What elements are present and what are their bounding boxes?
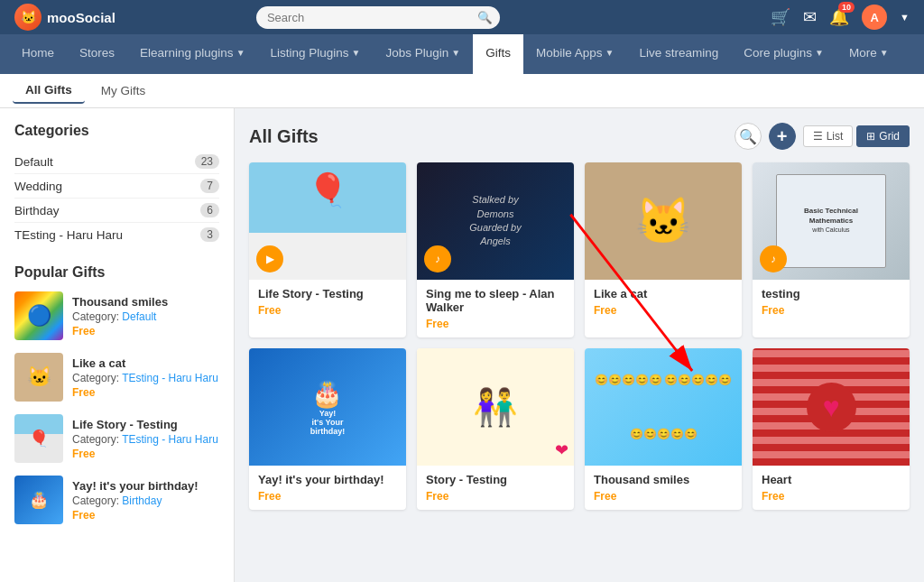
content-header: All Gifts 🔍 + ☰ List ⊞ Grid [249, 123, 910, 150]
gift-card-2-name: Sing me to sleep - Alan Walker [426, 287, 565, 314]
gift-card-7-body: Thousand smiles Free [585, 466, 742, 510]
nav-gifts[interactable]: Gifts [473, 34, 523, 74]
popular-gift-3-name[interactable]: Life Story - Testing [72, 418, 219, 431]
gift-card-5-body: Yay! it's your birthday! Free [249, 466, 406, 510]
popular-gift-3-cat: Category: TEsting - Haru Haru [72, 433, 219, 446]
category-default[interactable]: Default 23 [14, 150, 219, 174]
gift-card-1[interactable]: 🎈 ▶ Life Story - Testing Free [249, 162, 406, 337]
category-birthday[interactable]: Birthday 6 [14, 199, 219, 223]
grid-icon: ⊞ [866, 130, 875, 143]
list-view-button[interactable]: ☰ List [803, 125, 854, 147]
popular-gift-1-price: Free [72, 325, 219, 337]
app-name: mooSocial [47, 10, 116, 25]
category-testing-haru[interactable]: TEsting - Haru Haru 3 [14, 223, 219, 246]
gift-grid: 🎈 ▶ Life Story - Testing Free Stal [249, 162, 910, 510]
category-birthday-label: Birthday [14, 204, 60, 217]
message-icon[interactable]: ✉ [803, 7, 817, 27]
popular-gift-3-cat-link[interactable]: TEsting - Haru Haru [122, 433, 218, 446]
nav-home[interactable]: Home [9, 34, 67, 74]
nav-more[interactable]: More ▼ [836, 34, 901, 74]
gift-card-3-thumb: 🐱 [585, 162, 742, 280]
nav-listing[interactable]: Listing Plugins ▼ [258, 34, 374, 74]
category-list: Default 23 Wedding 7 Birthday 6 TEsting … [14, 150, 219, 246]
category-wedding[interactable]: Wedding 7 [14, 174, 219, 199]
popular-gift-4-price: Free [72, 509, 219, 522]
add-gift-button[interactable]: + [769, 123, 796, 150]
gift-card-1-body: Life Story - Testing Free [249, 280, 406, 324]
gift-card-4-name: testing [762, 287, 901, 300]
content-title: All Gifts [249, 126, 319, 147]
gift-card-5-thumb: 🎂 Yay!it's Yourbirthday! [249, 348, 406, 466]
cart-icon[interactable]: 🛒 [771, 7, 790, 27]
avatar-caret[interactable]: ▼ [900, 12, 910, 23]
category-wedding-count: 7 [200, 179, 219, 193]
popular-gift-2-cat: Category: TEsting - Haru Haru [72, 372, 219, 384]
gift-card-7-thumb: 😊😊😊😊😊 😊😊😊😊😊 😊😊😊😊😊 [585, 348, 742, 466]
content-actions: 🔍 + ☰ List ⊞ Grid [735, 123, 910, 150]
gift-card-7[interactable]: 😊😊😊😊😊 😊😊😊😊😊 😊😊😊😊😊 Thousand smiles Free [585, 348, 742, 510]
avatar[interactable]: A [862, 5, 887, 30]
gift-card-6-thumb: 👫 ❤ [417, 348, 574, 466]
mobile-caret: ▼ [605, 48, 614, 58]
logo-icon: 🐱 [14, 4, 42, 31]
gift-card-2-thumb: Stalked byDemons Guarded byAngels ♪ [417, 162, 574, 280]
logo-area[interactable]: 🐱 mooSocial [14, 4, 116, 31]
popular-gift-4: 🎂 Yay! it's your birthday! Category: Bir… [14, 476, 219, 524]
popular-gift-1-cat: Category: Default [72, 310, 219, 323]
search-bar: 🔍 [256, 6, 500, 29]
gift-card-5-price: Free [258, 490, 397, 503]
gift-card-8-body: Heart Free [753, 466, 910, 510]
gift-card-2-body: Sing me to sleep - Alan Walker Free [417, 280, 574, 337]
categories-title: Categories [14, 123, 219, 139]
nav-core[interactable]: Core plugins ▼ [731, 34, 836, 74]
grid-view-button[interactable]: ⊞ Grid [856, 125, 910, 147]
popular-gift-2-cat-link[interactable]: TEsting - Haru Haru [122, 372, 218, 384]
gift-card-2[interactable]: Stalked byDemons Guarded byAngels ♪ Sing… [417, 162, 574, 337]
gift-card-5[interactable]: 🎂 Yay!it's Yourbirthday! Yay! it's your … [249, 348, 406, 510]
category-wedding-label: Wedding [14, 180, 62, 193]
grid-view-label: Grid [879, 130, 900, 143]
popular-gift-2-name[interactable]: Like a cat [72, 356, 219, 370]
nav-mobile[interactable]: Mobile Apps ▼ [523, 34, 626, 74]
gift-card-6[interactable]: 👫 ❤ Story - Testing Free [417, 348, 574, 510]
search-gifts-button[interactable]: 🔍 [735, 123, 762, 150]
more-caret: ▼ [880, 48, 889, 58]
navbar: Home Stores Elearning plugins ▼ Listing … [0, 34, 924, 74]
popular-gift-4-thumb: 🎂 [14, 476, 63, 524]
popular-gift-3-thumb: 🎈 [14, 414, 63, 463]
popular-gift-1-thumb: 🔵 [14, 291, 63, 340]
gift-card-4[interactable]: Basic TechnicalMathematicswith Calculus … [753, 162, 910, 337]
audio-button-4[interactable]: ♪ [760, 245, 787, 273]
popular-gift-2: 🐱 Like a cat Category: TEsting - Haru Ha… [14, 353, 219, 402]
core-caret: ▼ [815, 48, 824, 58]
search-input[interactable] [256, 6, 500, 29]
category-default-count: 23 [195, 154, 219, 169]
popular-gift-4-name[interactable]: Yay! it's your birthday! [72, 479, 219, 493]
gift-card-7-name: Thousand smiles [594, 473, 733, 486]
view-toggle: ☰ List ⊞ Grid [803, 125, 910, 147]
gift-card-8[interactable]: ♥ Heart Free [753, 348, 910, 510]
popular-gift-4-cat-link[interactable]: Birthday [122, 494, 162, 507]
subnav-my-gifts[interactable]: My Gifts [88, 79, 159, 103]
gift-card-3[interactable]: 🐱 Like a cat Free [585, 162, 742, 337]
gift-card-8-name: Heart [762, 473, 901, 486]
nav-livestream[interactable]: Live streaming [626, 34, 731, 74]
popular-gift-1-cat-link[interactable]: Default [122, 310, 156, 323]
nav-jobs[interactable]: Jobs Plugin ▼ [374, 34, 474, 74]
nav-stores[interactable]: Stores [67, 34, 127, 74]
gift-card-7-price: Free [594, 490, 733, 503]
main-layout: Categories Default 23 Wedding 7 Birthday… [0, 108, 924, 582]
play-button-1[interactable]: ▶ [256, 245, 283, 273]
popular-gifts-title: Popular Gifts [14, 264, 219, 281]
audio-button-2[interactable]: ♪ [424, 245, 451, 273]
listing-caret: ▼ [352, 48, 361, 58]
content-wrapper: All Gifts 🔍 + ☰ List ⊞ Grid [249, 123, 910, 510]
nav-elearning[interactable]: Elearning plugins ▼ [127, 34, 257, 74]
subnav-all-gifts[interactable]: All Gifts [13, 78, 85, 104]
topbar: 🐱 mooSocial 🔍 🛒 ✉ 🔔 10 A ▼ [0, 0, 924, 34]
gift-card-6-price: Free [426, 490, 565, 503]
bell-icon[interactable]: 🔔 10 [829, 7, 849, 27]
popular-gift-1-name[interactable]: Thousand smiles [72, 295, 219, 309]
search-button[interactable]: 🔍 [477, 11, 493, 24]
popular-gift-4-info: Yay! it's your birthday! Category: Birth… [72, 479, 219, 522]
